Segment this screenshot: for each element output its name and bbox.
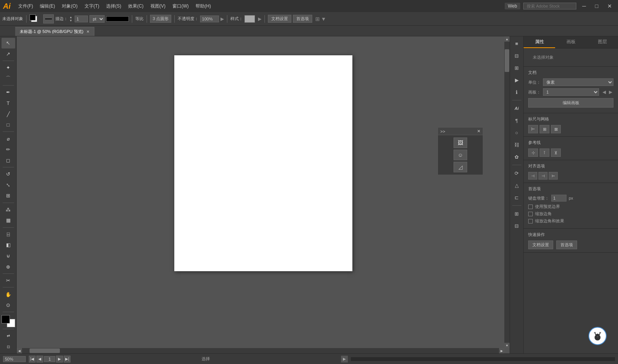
mini-panel-close-icon[interactable]: ✕ <box>477 129 480 134</box>
menu-file[interactable]: 文件(F) <box>15 2 36 11</box>
direct-selection-tool-btn[interactable]: ↗ <box>2 49 15 59</box>
brush-tool-btn[interactable]: ⌀ <box>2 133 15 144</box>
scissors-tool-btn[interactable]: ✂ <box>2 275 15 286</box>
scroll-down-arrow[interactable]: ▼ <box>504 343 510 348</box>
more-icons-2[interactable]: ⊟ <box>511 220 523 231</box>
scroll-left-arrow[interactable]: ◀ <box>17 348 22 353</box>
opacity-input[interactable] <box>200 16 219 22</box>
style-arrow[interactable]: ▶ <box>258 16 261 22</box>
next-page-btn[interactable]: ▶ <box>56 356 63 362</box>
guide-icon-2[interactable]: ⊺ <box>540 148 549 157</box>
default-colors-btn[interactable]: ⊡ <box>2 341 15 352</box>
keyboard-increment-input[interactable] <box>551 195 566 202</box>
scale-corners-checkbox[interactable] <box>528 212 533 216</box>
scale-effects-checkbox[interactable] <box>528 219 533 223</box>
menu-effect[interactable]: 效果(C) <box>125 2 147 11</box>
ai-type-panel-btn[interactable]: Ai <box>511 103 523 114</box>
preferences-panel-btn[interactable]: 首选项 <box>556 241 577 249</box>
mini-panel-expand-icon[interactable]: >> <box>440 129 445 134</box>
first-page-btn[interactable]: |◀ <box>29 356 36 362</box>
transform-panel-btn[interactable]: ⟳ <box>511 167 523 179</box>
lasso-tool-btn[interactable]: ⌒ <box>2 73 15 84</box>
mini-panel-face-icon[interactable]: ☺ <box>454 150 467 160</box>
zoom-input[interactable] <box>3 356 26 362</box>
stock-search-input[interactable] <box>523 3 576 9</box>
free-transform-btn[interactable]: ⊞ <box>2 191 15 201</box>
tab-layers[interactable]: 图层 <box>587 36 618 48</box>
menu-select[interactable]: 选择(S) <box>103 2 124 11</box>
stroke-panel-btn[interactable]: ○ <box>511 127 523 138</box>
artboard-prev-arrow[interactable]: ◀ <box>601 89 607 95</box>
tab-properties[interactable]: 属性 <box>524 36 555 48</box>
ruler-icon-3[interactable]: ⊠ <box>551 125 561 133</box>
stroke-preview-box[interactable] <box>43 14 54 23</box>
rotate-tool-btn[interactable]: ↺ <box>2 169 15 180</box>
info-panel-btn[interactable]: ℹ <box>511 86 523 98</box>
window-close-button[interactable]: ✕ <box>604 2 615 11</box>
fill-stroke-preview[interactable] <box>30 14 40 23</box>
vertical-scroll-thumb[interactable] <box>505 49 509 72</box>
stroke-size-input[interactable] <box>75 16 88 22</box>
export-panel-btn[interactable]: ⊏ <box>511 192 523 203</box>
window-maximize-button[interactable]: □ <box>592 2 601 11</box>
eraser-tool-btn[interactable]: ◻ <box>2 155 15 166</box>
preview-bounds-checkbox[interactable] <box>528 205 533 209</box>
hand-tool-btn[interactable]: ✋ <box>2 289 15 300</box>
stroke-size-arrows[interactable]: ▲ ▼ <box>69 16 72 22</box>
status-scrollbar[interactable] <box>351 357 615 361</box>
menu-edit[interactable]: 编辑(E) <box>37 2 58 11</box>
artboard-select[interactable]: 1 <box>543 88 599 96</box>
preferences-toolbar-btn[interactable]: 首选项 <box>293 15 312 23</box>
style-preview[interactable] <box>244 15 255 23</box>
horizontal-scrollbar[interactable]: ◀ ▶ <box>17 348 504 353</box>
scroll-right-arrow[interactable]: ▶ <box>499 348 504 353</box>
pen-tool-btn[interactable]: ✒ <box>2 87 15 98</box>
shape-label[interactable]: 3 点圆形 <box>150 15 171 23</box>
page-input[interactable] <box>44 356 55 362</box>
doc-settings-panel-btn[interactable]: 文档设置 <box>528 241 553 249</box>
document-tab[interactable]: 未标题-1 @ 50% (RGB/GPU 预览) ✕ <box>15 27 94 36</box>
status-right-arrow[interactable]: ▶ <box>341 356 348 362</box>
stroke-color-box[interactable] <box>30 14 36 20</box>
mini-panel-image-icon[interactable]: 🖼 <box>454 137 467 148</box>
menu-window[interactable]: 窗口(W) <box>169 2 192 11</box>
line-tool-btn[interactable]: ╱ <box>2 109 15 119</box>
toolbar-down-icon[interactable]: ▼ <box>321 16 326 22</box>
tab-artboards[interactable]: 画板 <box>555 36 587 48</box>
gradient-tool-btn[interactable]: ◧ <box>2 240 15 250</box>
web-label[interactable]: Web <box>505 3 520 9</box>
paragraph-panel-btn[interactable]: ¶ <box>511 115 523 126</box>
eyedropper-tool-btn[interactable]: ⊌ <box>2 251 15 261</box>
doc-settings-toolbar-btn[interactable]: 文档设置 <box>268 15 291 23</box>
action-panel-btn[interactable]: ▶ <box>511 74 523 86</box>
foreground-color-box[interactable] <box>2 315 10 323</box>
align-left-icon[interactable]: ⊣ <box>528 172 537 180</box>
symbol-tool-btn[interactable]: ⁂ <box>2 205 15 215</box>
more-icons-1[interactable]: ⊞ <box>511 208 523 219</box>
layers-panel-btn[interactable]: ⊟ <box>511 50 523 61</box>
align-center-icon[interactable]: ⊣ <box>538 172 548 180</box>
edit-artboard-btn[interactable]: 编辑画板 <box>528 98 613 108</box>
guide-icon-1[interactable]: ⊹ <box>528 148 538 157</box>
selection-tool-btn[interactable]: ↖ <box>2 38 15 48</box>
ruler-icon-1[interactable]: ⊢ <box>528 125 538 133</box>
color-boxes[interactable] <box>2 315 15 327</box>
zoom-tool-btn[interactable]: ⊙ <box>2 300 15 311</box>
align-right-icon[interactable]: ⊢ <box>549 172 558 180</box>
stroke-unit-select[interactable]: pt <box>89 15 105 23</box>
menu-object[interactable]: 对象(O) <box>59 2 80 11</box>
artboard-next-arrow[interactable]: ▶ <box>608 89 613 95</box>
pencil-tool-btn[interactable]: ✏ <box>2 144 15 155</box>
horizontal-scroll-track[interactable] <box>22 348 499 353</box>
text-tool-btn[interactable]: T <box>2 98 15 109</box>
swap-colors-btn[interactable]: ⇄ <box>2 331 15 341</box>
menu-text[interactable]: 文字(T) <box>81 2 102 11</box>
menu-view[interactable]: 视图(V) <box>147 2 169 11</box>
toolbar-arrange-icon[interactable]: ⊞ <box>315 16 320 22</box>
scroll-up-arrow[interactable]: ▲ <box>504 36 510 42</box>
properties-panel-btn[interactable]: ≡ <box>511 38 523 49</box>
mini-panel-triangle-icon[interactable]: ◿ <box>454 162 467 172</box>
last-page-btn[interactable]: ▶| <box>64 356 70 362</box>
artboards-panel-btn[interactable]: ⊞ <box>511 62 523 73</box>
magic-wand-tool-btn[interactable]: ✦ <box>2 62 15 73</box>
